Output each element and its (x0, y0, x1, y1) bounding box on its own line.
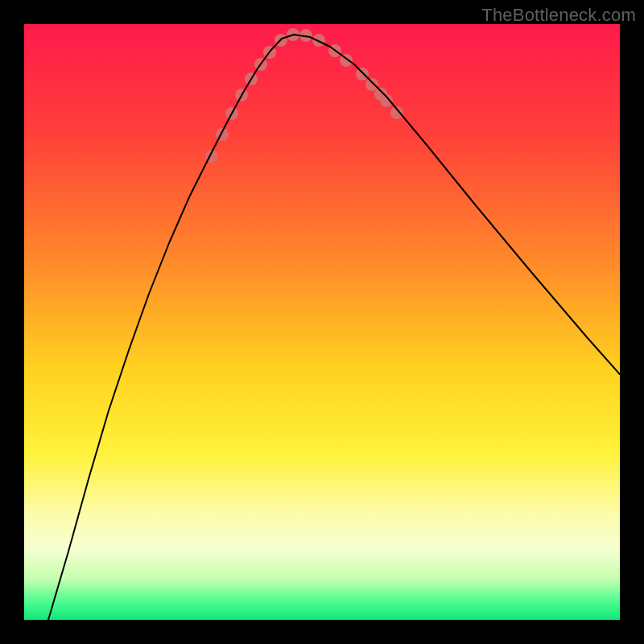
gradient-background (24, 24, 620, 620)
marker-dot (365, 78, 378, 91)
chart-frame: TheBottleneck.com (0, 0, 644, 644)
marker-dot (356, 68, 369, 80)
watermark-text: TheBottleneck.com (481, 5, 636, 26)
plot-area (24, 24, 620, 620)
chart-svg (24, 24, 620, 620)
marker-dot (312, 34, 325, 47)
